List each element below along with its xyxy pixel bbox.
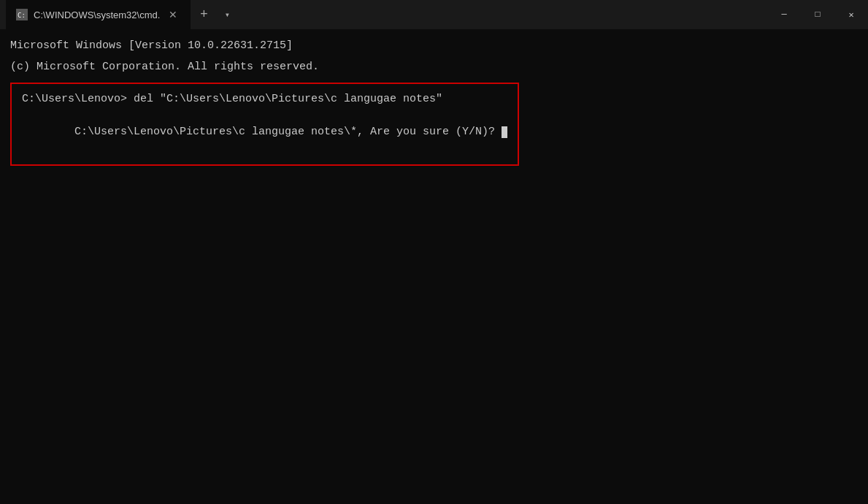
command-line-1: C:\Users\Lenovo> del "C:\Users\Lenovo\Pi… <box>22 91 507 108</box>
active-tab[interactable]: C: C:\WINDOWS\system32\cmd. ✕ <box>6 0 191 29</box>
prompt-text: C:\Users\Lenovo\Pictures\c langugae note… <box>74 126 502 138</box>
version-line: Microsoft Windows [Version 10.0.22631.27… <box>10 38 858 55</box>
tab-dropdown-button[interactable]: ▾ <box>215 3 239 26</box>
svg-text:C:: C: <box>18 12 26 19</box>
title-bar: C: C:\WINDOWS\system32\cmd. ✕ + ▾ ─ □ ✕ <box>0 0 868 29</box>
cmd-window: C: C:\WINDOWS\system32\cmd. ✕ + ▾ ─ □ ✕ … <box>0 0 868 504</box>
tab-area: C: C:\WINDOWS\system32\cmd. ✕ + ▾ <box>6 0 767 29</box>
copyright-line: (c) Microsoft Corporation. All rights re… <box>10 59 858 76</box>
highlighted-command-block: C:\Users\Lenovo> del "C:\Users\Lenovo\Pi… <box>10 83 519 166</box>
tab-title: C:\WINDOWS\system32\cmd. <box>34 9 160 20</box>
close-button[interactable]: ✕ <box>834 0 868 29</box>
terminal-body[interactable]: Microsoft Windows [Version 10.0.22631.27… <box>0 29 868 504</box>
cmd-icon: C: <box>16 9 28 20</box>
cursor <box>502 126 507 138</box>
maximize-button[interactable]: □ <box>801 0 834 29</box>
tab-close-button[interactable]: ✕ <box>166 7 180 22</box>
command-line-2: C:\Users\Lenovo\Pictures\c langugae note… <box>22 108 507 158</box>
window-controls: ─ □ ✕ <box>767 0 868 29</box>
minimize-button[interactable]: ─ <box>767 0 801 29</box>
new-tab-button[interactable]: + <box>192 3 215 26</box>
